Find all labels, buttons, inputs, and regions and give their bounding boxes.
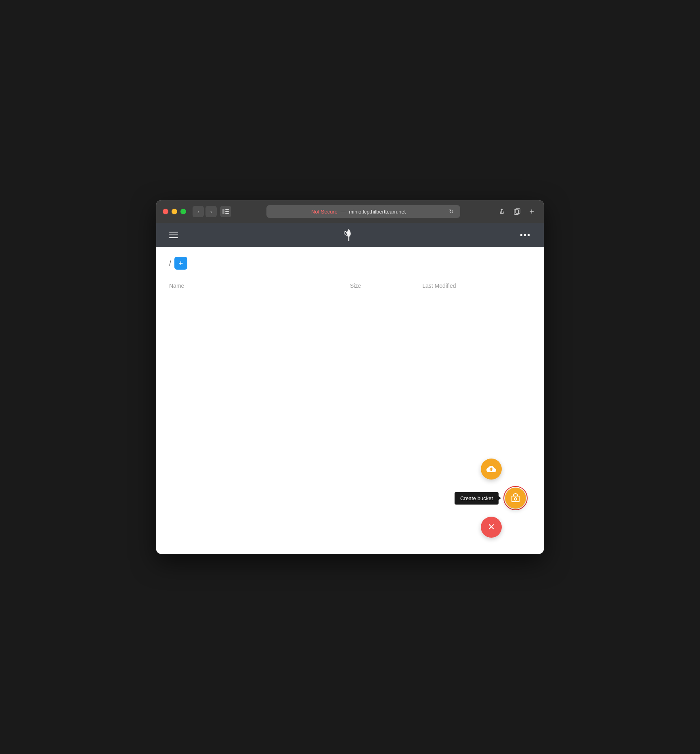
col-name-header: Name [169, 279, 350, 294]
hamburger-icon [169, 232, 178, 232]
col-size-header: Size [350, 279, 422, 294]
share-button[interactable] [495, 205, 508, 218]
back-button[interactable]: ‹ [193, 206, 204, 217]
copy-tab-button[interactable] [511, 205, 524, 218]
svg-rect-3 [225, 213, 229, 214]
file-table: Name Size Last Modified [169, 279, 531, 294]
sidebar-toggle-button[interactable] [220, 206, 231, 217]
create-bucket-wrapper [503, 486, 528, 510]
breadcrumb: / + [169, 257, 531, 270]
traffic-lights [163, 209, 186, 214]
browser-chrome: ‹ › Not Secure — minio.lcp.h [156, 200, 544, 223]
create-bucket-button[interactable] [505, 488, 526, 509]
upload-button[interactable] [481, 459, 502, 480]
plus-icon: + [179, 259, 183, 268]
svg-point-6 [348, 232, 350, 234]
new-tab-button[interactable]: + [526, 206, 537, 217]
hamburger-icon [169, 237, 178, 238]
svg-rect-1 [225, 209, 229, 210]
col-modified-header: Last Modified [422, 279, 531, 294]
upload-icon [486, 464, 496, 474]
address-bar[interactable]: Not Secure — minio.lcp.hilbertteam.net ↻ [266, 205, 460, 218]
nav-buttons: ‹ › [193, 206, 217, 217]
more-options-button[interactable]: ••• [517, 227, 534, 243]
bucket-icon [511, 493, 520, 503]
maximize-window-button[interactable] [180, 209, 186, 214]
forward-button[interactable]: › [205, 206, 217, 217]
svg-rect-0 [222, 209, 224, 214]
breadcrumb-add-button[interactable]: + [174, 257, 187, 270]
breadcrumb-separator: / [169, 259, 171, 268]
app-header: ••• [156, 223, 544, 247]
create-bucket-row: Create bucket [455, 486, 528, 510]
minimize-window-button[interactable] [172, 209, 177, 214]
minio-logo-icon [342, 228, 356, 242]
browser-window: ‹ › Not Secure — minio.lcp.h [156, 200, 544, 554]
close-window-button[interactable] [163, 209, 168, 214]
browser-actions: + [495, 205, 537, 218]
svg-rect-5 [516, 209, 520, 214]
svg-rect-4 [514, 210, 519, 215]
create-bucket-tooltip: Create bucket [455, 492, 499, 505]
domain-label: minio.lcp.hilbertteam.net [349, 209, 406, 215]
hamburger-icon [169, 235, 178, 235]
hamburger-menu-button[interactable] [166, 228, 181, 241]
close-fab-button[interactable]: ✕ [481, 517, 502, 538]
titlebar: ‹ › Not Secure — minio.lcp.h [156, 200, 544, 223]
main-content: / + Name Size Last Modified [156, 247, 544, 554]
app-logo [181, 228, 517, 242]
svg-rect-2 [225, 211, 229, 212]
address-text: Not Secure — minio.lcp.hilbertteam.net [272, 209, 445, 215]
fab-container: Create bucket ✕ [455, 459, 528, 538]
table-header: Name Size Last Modified [169, 279, 531, 294]
reload-button[interactable]: ↻ [448, 207, 455, 216]
close-icon: ✕ [488, 522, 495, 532]
not-secure-label: Not Secure [311, 209, 337, 215]
address-bar-container: Not Secure — minio.lcp.hilbertteam.net ↻ [235, 205, 492, 218]
